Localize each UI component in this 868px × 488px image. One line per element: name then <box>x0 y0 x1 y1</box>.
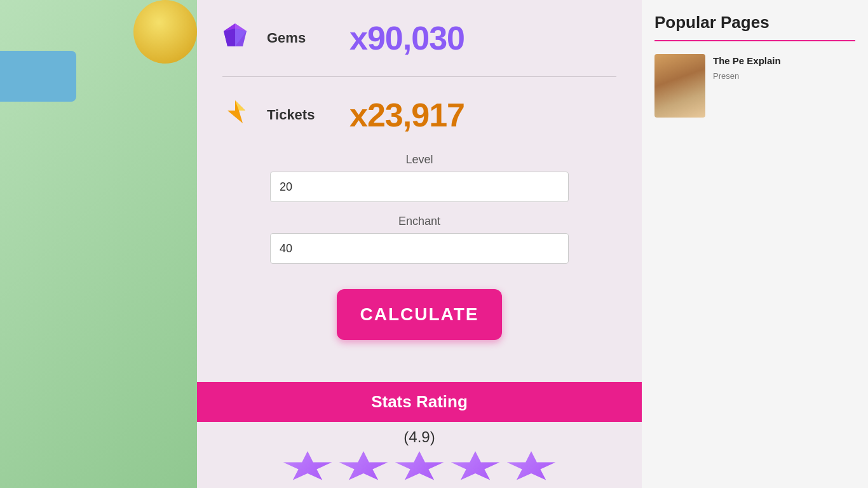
right-sidebar: Popular Pages The Pe Explain Presen <box>642 0 868 488</box>
popular-item-thumb-1 <box>654 54 705 118</box>
tickets-label: Tickets <box>267 107 349 123</box>
star-4 <box>450 451 501 483</box>
tickets-row: Tickets x23,917 <box>222 96 616 134</box>
stats-rating-header: Stats Rating <box>197 382 642 422</box>
level-input[interactable] <box>270 172 569 202</box>
gems-row: Gems x90,030 <box>222 19 616 57</box>
tickets-icon <box>222 99 254 131</box>
star-5 <box>506 451 557 483</box>
gems-value: x90,030 <box>349 19 465 57</box>
popular-item-1[interactable]: The Pe Explain Presen <box>654 54 855 118</box>
stars-row <box>197 451 642 488</box>
star-3 <box>394 451 445 483</box>
svg-marker-4 <box>224 29 235 46</box>
stats-rating-section: Stats Rating (4.9) <box>197 382 642 488</box>
svg-marker-5 <box>227 100 245 123</box>
coin-decoration <box>133 0 197 64</box>
level-label: Level <box>405 153 433 166</box>
popular-item-title-1: The Pe Explain <box>713 54 855 67</box>
popular-item-image-1 <box>654 54 705 118</box>
stats-rating-content: (4.9) <box>197 422 642 488</box>
enchant-input[interactable] <box>270 233 569 264</box>
enchant-label: Enchant <box>398 215 440 228</box>
star-1 <box>282 451 333 483</box>
popular-pages-title: Popular Pages <box>654 13 855 32</box>
popular-item-subtitle-1: Presen <box>713 71 855 81</box>
tickets-value: x23,917 <box>349 96 465 134</box>
popular-pages-divider <box>654 40 855 41</box>
gems-divider <box>222 76 616 77</box>
enchant-section: Enchant <box>222 215 616 264</box>
gems-icon <box>222 22 254 54</box>
calculate-button[interactable]: CALCULATE <box>337 289 502 340</box>
level-section: Level <box>222 153 616 202</box>
gems-label: Gems <box>267 30 349 46</box>
star-2 <box>338 451 389 483</box>
blue-decoration <box>0 51 76 102</box>
stats-rating-score: (4.9) <box>197 428 642 446</box>
popular-item-text-1: The Pe Explain Presen <box>713 54 855 81</box>
